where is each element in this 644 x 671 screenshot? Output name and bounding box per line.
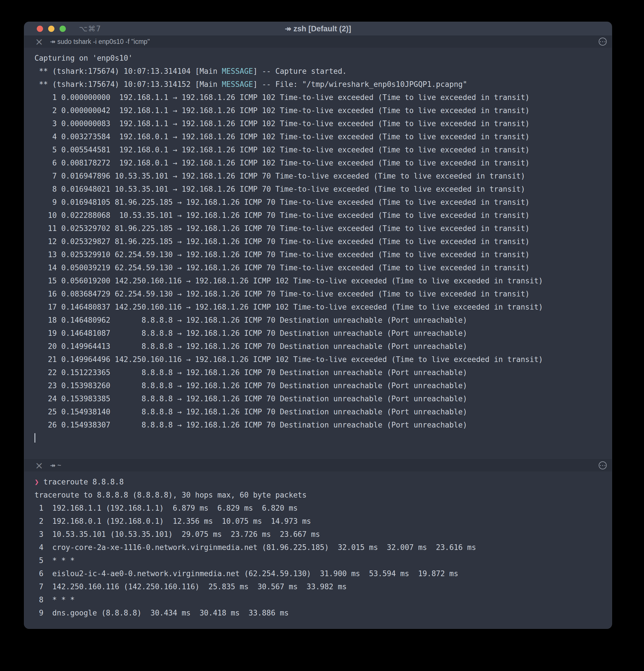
terminal-line: 25 0.154938140 8.8.8.8 → 192.168.1.26 IC…	[35, 405, 609, 418]
terminal-line: 5 0.005544581 192.168.0.1 → 192.168.1.26…	[35, 143, 609, 156]
terminal-line: 3 0.000000083 192.168.1.1 → 192.168.1.26…	[35, 117, 609, 130]
pane-menu-icon[interactable]: ⋯	[599, 461, 607, 469]
terminal-line: 3 10.53.35.101 (10.53.35.101) 29.075 ms …	[35, 528, 609, 541]
terminal-line: 9 0.016948105 81.96.225.185 → 192.168.1.…	[35, 196, 609, 209]
terminal-line: 7 0.016947896 10.53.35.101 → 192.168.1.2…	[35, 169, 609, 182]
terminal-line: 4 0.003273584 192.168.0.1 → 192.168.1.26…	[35, 130, 609, 143]
terminal-line: ❯ traceroute 8.8.8.8	[35, 475, 609, 489]
terminal-line	[35, 431, 609, 445]
terminal-line: 6 0.008178272 192.168.0.1 → 192.168.1.26…	[35, 156, 609, 169]
terminal-line: 24 0.153983385 8.8.8.8 → 192.168.1.26 IC…	[35, 392, 609, 405]
window-titlebar[interactable]: ⌥⌘7 ↠ zsh [Default (2)]	[24, 22, 612, 36]
tshark-terminal-output[interactable]: Capturing on 'enp0s10' ** (tshark:175674…	[24, 48, 612, 459]
pane-traceroute-title: ↠ ~	[50, 462, 61, 469]
terminal-line: 8 0.016948021 10.53.35.101 → 192.168.1.2…	[35, 182, 609, 196]
pane-traceroute-header: × ↠ ~ ⋯	[24, 459, 612, 471]
terminal-line: 1 0.000000000 192.168.1.1 → 192.168.1.26…	[35, 91, 609, 104]
terminal-line: 2 192.168.0.1 (192.168.0.1) 12.356 ms 10…	[35, 515, 609, 528]
terminal-line: 11 0.025329702 81.96.225.185 → 192.168.1…	[35, 222, 609, 235]
terminal-line: 13 0.025329910 62.254.59.130 → 192.168.1…	[35, 248, 609, 261]
terminal-line: 20 0.149964413 8.8.8.8 → 192.168.1.26 IC…	[35, 340, 609, 353]
terminal-line: 19 0.146481087 8.8.8.8 → 192.168.1.26 IC…	[35, 327, 609, 340]
terminal-line: 5 * * *	[35, 554, 609, 567]
terminal-line: 21 0.149964496 142.250.160.116 → 192.168…	[35, 353, 609, 366]
terminal-line: 7 142.250.160.116 (142.250.160.116) 25.8…	[35, 580, 609, 593]
terminal-line: 16 0.083684729 62.254.59.130 → 192.168.1…	[35, 287, 609, 301]
terminal-line: 12 0.025329827 81.96.225.185 → 192.168.1…	[35, 235, 609, 248]
terminal-line: 18 0.146480962 8.8.8.8 → 192.168.1.26 IC…	[35, 314, 609, 327]
terminal-line: 23 0.153983260 8.8.8.8 → 192.168.1.26 IC…	[35, 379, 609, 392]
pane-tshark: × ↠ sudo tshark -i enp0s10 -f "icmp" ⋯ C…	[24, 36, 612, 459]
terminal-line: 8 * * *	[35, 593, 609, 606]
terminal-line: ** (tshark:175674) 10:07:13.314104 [Main…	[35, 65, 609, 78]
pane-tshark-title: ↠ sudo tshark -i enp0s10 -f "icmp"	[50, 38, 150, 46]
terminal-line: 17 0.146480837 142.250.160.116 → 192.168…	[35, 301, 609, 314]
terminal-line: 4 croy-core-2a-xe-1116-0.network.virginm…	[35, 541, 609, 554]
terminal-line: ** (tshark:175674) 10:07:13.314152 [Main…	[35, 78, 609, 91]
terminal-line: 22 0.151223365 8.8.8.8 → 192.168.1.26 IC…	[35, 366, 609, 379]
terminal-window: ⌥⌘7 ↠ zsh [Default (2)] × ↠ sudo tshark …	[24, 22, 612, 629]
terminal-line: 26 0.154938307 8.8.8.8 → 192.168.1.26 IC…	[35, 418, 609, 431]
traceroute-terminal-output[interactable]: ❯ traceroute 8.8.8.8traceroute to 8.8.8.…	[24, 471, 612, 629]
close-pane-icon[interactable]: ×	[35, 460, 43, 470]
terminal-line: 1 192.168.1.1 (192.168.1.1) 6.879 ms 6.8…	[35, 502, 609, 515]
text-cursor	[35, 433, 35, 443]
terminal-line: Capturing on 'enp0s10'	[35, 52, 609, 65]
terminal-line: traceroute to 8.8.8.8 (8.8.8.8), 30 hops…	[35, 489, 609, 502]
window-title: ↠ zsh [Default (2)]	[24, 24, 612, 33]
pane-menu-icon[interactable]: ⋯	[599, 38, 607, 46]
close-pane-icon[interactable]: ×	[35, 37, 43, 47]
terminal-line: 14 0.050039219 62.254.59.130 → 192.168.1…	[35, 261, 609, 274]
pane-traceroute: × ↠ ~ ⋯ ❯ traceroute 8.8.8.8traceroute t…	[24, 459, 612, 629]
terminal-line: 2 0.000000042 192.168.1.1 → 192.168.1.26…	[35, 104, 609, 117]
terminal-line: 9 dns.google (8.8.8.8) 30.434 ms 30.418 …	[35, 606, 609, 619]
pane-tshark-header: × ↠ sudo tshark -i enp0s10 -f "icmp" ⋯	[24, 36, 612, 48]
terminal-line: 6 eislou2-ic-4-ae0-0.network.virginmedia…	[35, 567, 609, 580]
terminal-line: 10 0.022288068 10.53.35.101 → 192.168.1.…	[35, 209, 609, 222]
terminal-line: 15 0.056019200 142.250.160.116 → 192.168…	[35, 274, 609, 287]
